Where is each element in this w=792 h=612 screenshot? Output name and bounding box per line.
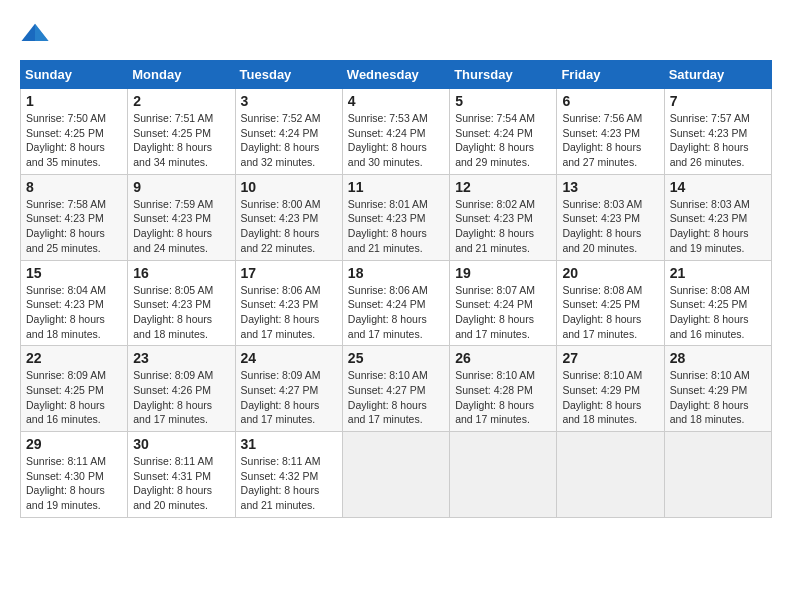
day-number: 2 — [133, 93, 229, 109]
day-number: 23 — [133, 350, 229, 366]
day-of-week-header: Thursday — [450, 61, 557, 89]
day-number: 20 — [562, 265, 658, 281]
calendar-day-cell: 29 Sunrise: 8:11 AM Sunset: 4:30 PM Dayl… — [21, 432, 128, 518]
logo-icon — [20, 20, 50, 50]
day-info: Sunrise: 8:10 AM Sunset: 4:29 PM Dayligh… — [562, 368, 658, 427]
calendar-day-cell: 25 Sunrise: 8:10 AM Sunset: 4:27 PM Dayl… — [342, 346, 449, 432]
calendar-day-cell: 13 Sunrise: 8:03 AM Sunset: 4:23 PM Dayl… — [557, 174, 664, 260]
day-info: Sunrise: 8:02 AM Sunset: 4:23 PM Dayligh… — [455, 197, 551, 256]
day-of-week-header: Friday — [557, 61, 664, 89]
calendar-week-row: 29 Sunrise: 8:11 AM Sunset: 4:30 PM Dayl… — [21, 432, 772, 518]
page-header — [20, 20, 772, 50]
day-info: Sunrise: 8:01 AM Sunset: 4:23 PM Dayligh… — [348, 197, 444, 256]
day-number: 13 — [562, 179, 658, 195]
day-number: 3 — [241, 93, 337, 109]
calendar-day-cell: 11 Sunrise: 8:01 AM Sunset: 4:23 PM Dayl… — [342, 174, 449, 260]
calendar-day-cell: 4 Sunrise: 7:53 AM Sunset: 4:24 PM Dayli… — [342, 89, 449, 175]
day-number: 9 — [133, 179, 229, 195]
calendar-week-row: 22 Sunrise: 8:09 AM Sunset: 4:25 PM Dayl… — [21, 346, 772, 432]
day-number: 18 — [348, 265, 444, 281]
calendar-day-cell: 8 Sunrise: 7:58 AM Sunset: 4:23 PM Dayli… — [21, 174, 128, 260]
day-number: 26 — [455, 350, 551, 366]
day-info: Sunrise: 8:06 AM Sunset: 4:23 PM Dayligh… — [241, 283, 337, 342]
day-info: Sunrise: 8:00 AM Sunset: 4:23 PM Dayligh… — [241, 197, 337, 256]
day-of-week-header: Saturday — [664, 61, 771, 89]
day-number: 21 — [670, 265, 766, 281]
day-number: 19 — [455, 265, 551, 281]
day-number: 25 — [348, 350, 444, 366]
day-number: 7 — [670, 93, 766, 109]
calendar-day-cell: 9 Sunrise: 7:59 AM Sunset: 4:23 PM Dayli… — [128, 174, 235, 260]
calendar-day-cell: 3 Sunrise: 7:52 AM Sunset: 4:24 PM Dayli… — [235, 89, 342, 175]
calendar-day-cell: 7 Sunrise: 7:57 AM Sunset: 4:23 PM Dayli… — [664, 89, 771, 175]
day-number: 1 — [26, 93, 122, 109]
day-number: 5 — [455, 93, 551, 109]
calendar-day-cell: 28 Sunrise: 8:10 AM Sunset: 4:29 PM Dayl… — [664, 346, 771, 432]
day-number: 29 — [26, 436, 122, 452]
calendar-day-cell: 2 Sunrise: 7:51 AM Sunset: 4:25 PM Dayli… — [128, 89, 235, 175]
calendar-day-cell — [664, 432, 771, 518]
calendar-day-cell: 12 Sunrise: 8:02 AM Sunset: 4:23 PM Dayl… — [450, 174, 557, 260]
calendar-day-cell: 1 Sunrise: 7:50 AM Sunset: 4:25 PM Dayli… — [21, 89, 128, 175]
calendar-week-row: 15 Sunrise: 8:04 AM Sunset: 4:23 PM Dayl… — [21, 260, 772, 346]
day-info: Sunrise: 8:09 AM Sunset: 4:25 PM Dayligh… — [26, 368, 122, 427]
day-info: Sunrise: 8:04 AM Sunset: 4:23 PM Dayligh… — [26, 283, 122, 342]
calendar-day-cell: 16 Sunrise: 8:05 AM Sunset: 4:23 PM Dayl… — [128, 260, 235, 346]
day-of-week-header: Sunday — [21, 61, 128, 89]
calendar-day-cell — [557, 432, 664, 518]
calendar-day-cell: 23 Sunrise: 8:09 AM Sunset: 4:26 PM Dayl… — [128, 346, 235, 432]
day-number: 6 — [562, 93, 658, 109]
day-number: 15 — [26, 265, 122, 281]
day-info: Sunrise: 7:59 AM Sunset: 4:23 PM Dayligh… — [133, 197, 229, 256]
calendar-day-cell: 21 Sunrise: 8:08 AM Sunset: 4:25 PM Dayl… — [664, 260, 771, 346]
day-info: Sunrise: 8:10 AM Sunset: 4:28 PM Dayligh… — [455, 368, 551, 427]
day-info: Sunrise: 8:10 AM Sunset: 4:27 PM Dayligh… — [348, 368, 444, 427]
day-info: Sunrise: 7:58 AM Sunset: 4:23 PM Dayligh… — [26, 197, 122, 256]
calendar-day-cell — [342, 432, 449, 518]
day-number: 28 — [670, 350, 766, 366]
day-info: Sunrise: 7:56 AM Sunset: 4:23 PM Dayligh… — [562, 111, 658, 170]
calendar-header-row: SundayMondayTuesdayWednesdayThursdayFrid… — [21, 61, 772, 89]
day-info: Sunrise: 8:08 AM Sunset: 4:25 PM Dayligh… — [670, 283, 766, 342]
day-number: 27 — [562, 350, 658, 366]
calendar-day-cell: 10 Sunrise: 8:00 AM Sunset: 4:23 PM Dayl… — [235, 174, 342, 260]
calendar-day-cell: 30 Sunrise: 8:11 AM Sunset: 4:31 PM Dayl… — [128, 432, 235, 518]
day-info: Sunrise: 7:53 AM Sunset: 4:24 PM Dayligh… — [348, 111, 444, 170]
day-number: 17 — [241, 265, 337, 281]
calendar-week-row: 8 Sunrise: 7:58 AM Sunset: 4:23 PM Dayli… — [21, 174, 772, 260]
calendar-day-cell: 31 Sunrise: 8:11 AM Sunset: 4:32 PM Dayl… — [235, 432, 342, 518]
day-number: 11 — [348, 179, 444, 195]
calendar-day-cell: 26 Sunrise: 8:10 AM Sunset: 4:28 PM Dayl… — [450, 346, 557, 432]
svg-marker-1 — [35, 24, 49, 41]
day-info: Sunrise: 8:09 AM Sunset: 4:26 PM Dayligh… — [133, 368, 229, 427]
day-number: 24 — [241, 350, 337, 366]
calendar-day-cell: 14 Sunrise: 8:03 AM Sunset: 4:23 PM Dayl… — [664, 174, 771, 260]
calendar-day-cell — [450, 432, 557, 518]
calendar-day-cell: 6 Sunrise: 7:56 AM Sunset: 4:23 PM Dayli… — [557, 89, 664, 175]
day-info: Sunrise: 8:11 AM Sunset: 4:30 PM Dayligh… — [26, 454, 122, 513]
day-number: 22 — [26, 350, 122, 366]
day-number: 8 — [26, 179, 122, 195]
day-number: 12 — [455, 179, 551, 195]
calendar-day-cell: 27 Sunrise: 8:10 AM Sunset: 4:29 PM Dayl… — [557, 346, 664, 432]
day-info: Sunrise: 8:11 AM Sunset: 4:32 PM Dayligh… — [241, 454, 337, 513]
day-info: Sunrise: 8:07 AM Sunset: 4:24 PM Dayligh… — [455, 283, 551, 342]
day-of-week-header: Monday — [128, 61, 235, 89]
logo — [20, 20, 54, 50]
day-info: Sunrise: 7:57 AM Sunset: 4:23 PM Dayligh… — [670, 111, 766, 170]
day-info: Sunrise: 7:52 AM Sunset: 4:24 PM Dayligh… — [241, 111, 337, 170]
day-info: Sunrise: 8:06 AM Sunset: 4:24 PM Dayligh… — [348, 283, 444, 342]
day-number: 10 — [241, 179, 337, 195]
calendar-day-cell: 20 Sunrise: 8:08 AM Sunset: 4:25 PM Dayl… — [557, 260, 664, 346]
day-info: Sunrise: 7:54 AM Sunset: 4:24 PM Dayligh… — [455, 111, 551, 170]
calendar-day-cell: 17 Sunrise: 8:06 AM Sunset: 4:23 PM Dayl… — [235, 260, 342, 346]
day-of-week-header: Wednesday — [342, 61, 449, 89]
day-number: 4 — [348, 93, 444, 109]
calendar-body: 1 Sunrise: 7:50 AM Sunset: 4:25 PM Dayli… — [21, 89, 772, 518]
calendar-day-cell: 24 Sunrise: 8:09 AM Sunset: 4:27 PM Dayl… — [235, 346, 342, 432]
day-info: Sunrise: 7:50 AM Sunset: 4:25 PM Dayligh… — [26, 111, 122, 170]
calendar-day-cell: 19 Sunrise: 8:07 AM Sunset: 4:24 PM Dayl… — [450, 260, 557, 346]
day-info: Sunrise: 8:03 AM Sunset: 4:23 PM Dayligh… — [670, 197, 766, 256]
calendar-table: SundayMondayTuesdayWednesdayThursdayFrid… — [20, 60, 772, 518]
day-info: Sunrise: 8:11 AM Sunset: 4:31 PM Dayligh… — [133, 454, 229, 513]
